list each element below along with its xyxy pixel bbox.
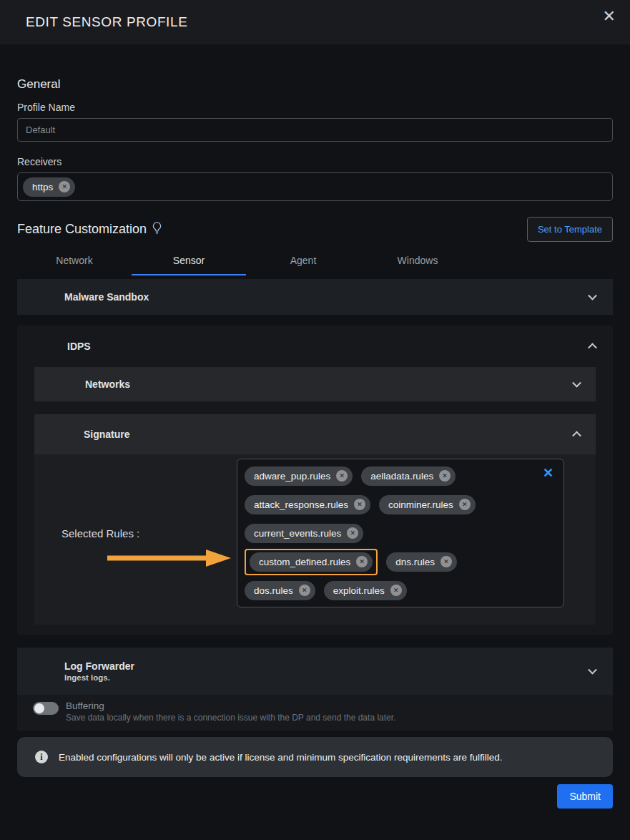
general-section-title: General xyxy=(17,77,613,92)
remove-chip-icon[interactable]: ✕ xyxy=(347,527,358,539)
feature-customization-title-text: Feature Customization xyxy=(17,222,147,237)
submit-button[interactable]: Submit xyxy=(557,784,613,809)
rule-chip-label: adware_pup.rules xyxy=(254,471,330,482)
rule-chip-label: dns.rules xyxy=(395,557,435,567)
rule-chip: coinminer.rules ✕ xyxy=(379,495,476,514)
signature-label: Signature xyxy=(84,429,130,440)
dialog-footer: Submit xyxy=(17,784,613,809)
feature-customization-title: Feature Customization xyxy=(17,222,162,238)
accordion-signature[interactable]: Signature xyxy=(34,414,596,454)
rule-chip-label: current_events.rules xyxy=(254,528,341,539)
clear-rules-icon[interactable]: ✕ xyxy=(543,467,553,479)
networks-label: Networks xyxy=(85,379,596,390)
dialog-body: General Profile Name Receivers https ✕ F… xyxy=(0,44,630,826)
tab-sensor[interactable]: Sensor xyxy=(132,246,246,275)
remove-chip-icon[interactable]: ✕ xyxy=(356,556,368,567)
rules-row: dos.rules ✕ exploit.rules ✕ xyxy=(245,580,556,600)
selected-rules-input[interactable]: ✕ adware_pup.rules ✕ aelladata.rules ✕ xyxy=(237,459,564,607)
selected-rules-label: Selected Rules : xyxy=(61,527,237,539)
receiver-chip: https ✕ xyxy=(23,177,75,197)
dialog-title: EDIT SENSOR PROFILE xyxy=(0,14,187,30)
signature-content: Selected Rules : ✕ adware_pup.rules ✕ ae… xyxy=(34,454,596,607)
buffering-description: Save data locally when there is a connec… xyxy=(66,713,395,723)
receivers-input[interactable]: https ✕ xyxy=(17,172,613,201)
info-icon: i xyxy=(35,751,48,763)
receiver-chip-label: https xyxy=(32,182,53,192)
tab-network[interactable]: Network xyxy=(17,246,132,275)
remove-chip-icon[interactable]: ✕ xyxy=(440,556,452,567)
idps-label: IDPS xyxy=(67,341,91,352)
remove-chip-icon[interactable]: ✕ xyxy=(459,499,471,510)
chevron-up-icon xyxy=(572,431,581,440)
receivers-label: Receivers xyxy=(17,156,613,167)
rules-row: custom_defined.rules ✕ dns.rules ✕ xyxy=(245,552,556,572)
chevron-up-icon xyxy=(588,343,597,352)
buffering-label: Buffering xyxy=(66,700,395,711)
rule-chip: dns.rules ✕ xyxy=(386,552,457,572)
rule-chip: attack_response.rules ✕ xyxy=(245,495,370,514)
feature-tabs: Network Sensor Agent Windows xyxy=(17,246,613,275)
dialog-header: EDIT SENSOR PROFILE ✕ xyxy=(0,0,630,44)
rule-chip-highlighted: custom_defined.rules ✕ xyxy=(250,552,373,572)
rule-chip: current_events.rules ✕ xyxy=(245,524,363,543)
remove-chip-icon[interactable]: ✕ xyxy=(390,585,402,596)
remove-chip-icon[interactable]: ✕ xyxy=(354,499,365,510)
profile-name-input[interactable] xyxy=(17,118,613,142)
remove-chip-icon[interactable]: ✕ xyxy=(59,181,70,192)
feature-customization-header: Feature Customization Set to Template xyxy=(17,217,613,242)
rule-chip: exploit.rules ✕ xyxy=(324,581,407,600)
edit-sensor-profile-dialog: EDIT SENSOR PROFILE ✕ General Profile Na… xyxy=(0,0,630,840)
rule-chip: aelladata.rules ✕ xyxy=(361,467,456,486)
rules-row: adware_pup.rules ✕ aelladata.rules ✕ xyxy=(245,466,556,486)
buffering-toggle[interactable] xyxy=(33,702,59,715)
rules-row: attack_response.rules ✕ coinminer.rules … xyxy=(245,494,556,514)
log-forwarder-label: Log Forwarder xyxy=(64,660,613,672)
rule-chip: dos.rules ✕ xyxy=(245,581,315,600)
rule-chip-label: custom_defined.rules xyxy=(259,557,350,567)
rule-chip: adware_pup.rules ✕ xyxy=(245,467,353,486)
highlight-box-annotation: custom_defined.rules ✕ xyxy=(245,549,378,575)
rule-chip-label: coinminer.rules xyxy=(388,499,453,510)
set-to-template-button[interactable]: Set to Template xyxy=(527,217,613,242)
rule-chip-label: exploit.rules xyxy=(333,585,385,596)
rule-chip-label: attack_response.rules xyxy=(254,499,348,510)
remove-chip-icon[interactable]: ✕ xyxy=(439,470,451,482)
info-banner-text: Enabled configurations will only be acti… xyxy=(59,752,503,763)
rules-row: current_events.rules ✕ xyxy=(245,523,556,543)
lightbulb-icon xyxy=(152,222,162,238)
buffering-row: Buffering Save data locally when there i… xyxy=(17,695,613,731)
remove-chip-icon[interactable]: ✕ xyxy=(336,470,348,482)
rule-chip-label: dos.rules xyxy=(254,585,293,596)
accordion-malware-sandbox[interactable]: Malware Sandbox xyxy=(17,279,613,315)
tab-agent[interactable]: Agent xyxy=(246,246,360,275)
toggle-knob xyxy=(34,703,44,713)
close-icon[interactable]: ✕ xyxy=(603,9,616,24)
malware-sandbox-label: Malware Sandbox xyxy=(64,291,613,303)
accordion-idps[interactable]: IDPS xyxy=(34,326,596,367)
rule-chip-label: aelladata.rules xyxy=(370,471,433,482)
accordion-networks[interactable]: Networks xyxy=(34,367,596,401)
accordion-log-forwarder[interactable]: Log Forwarder Ingest logs. xyxy=(17,648,613,695)
idps-panel: IDPS Networks Signature Selected Rules :… xyxy=(17,326,613,635)
tab-windows[interactable]: Windows xyxy=(360,246,475,275)
buffering-text: Buffering Save data locally when there i… xyxy=(66,700,395,723)
info-banner: i Enabled configurations will only be ac… xyxy=(17,737,613,777)
remove-chip-icon[interactable]: ✕ xyxy=(299,585,310,596)
log-forwarder-sublabel: Ingest logs. xyxy=(64,673,613,682)
signature-section: Signature Selected Rules : ✕ adware_pup.… xyxy=(34,414,596,625)
profile-name-label: Profile Name xyxy=(17,102,613,113)
